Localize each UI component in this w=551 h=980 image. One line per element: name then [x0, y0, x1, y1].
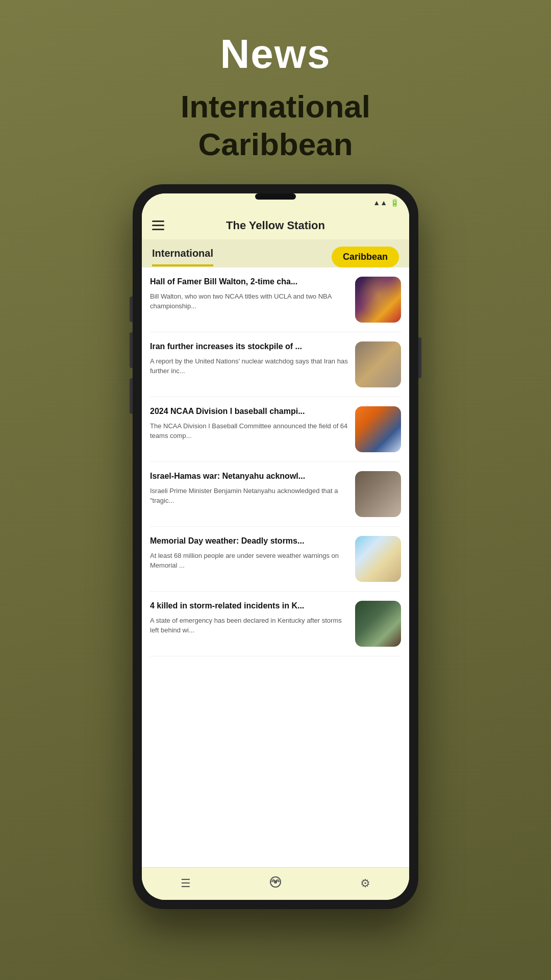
news-snippet-4: Israeli Prime Minister Benjamin Netanyah… — [150, 486, 348, 506]
news-snippet-1: Bill Walton, who won two NCAA titles wit… — [150, 291, 348, 311]
phone-side-btn-vol-up — [130, 297, 133, 322]
radio-icon — [269, 875, 282, 892]
phone-notch — [255, 193, 296, 200]
phone-frame: ▲▲ 🔋 The Yellow Station International Ca… — [133, 184, 418, 909]
news-image-1 — [355, 277, 401, 323]
signal-icons: ▲▲ 🔋 — [373, 199, 399, 207]
news-item-3[interactable]: 2024 NCAA Division I baseball champi... … — [150, 397, 401, 462]
bottom-nav-settings[interactable]: ⚙ — [360, 877, 370, 890]
tab-international[interactable]: International — [152, 248, 213, 266]
page-title: News — [220, 31, 331, 78]
news-image-2 — [355, 341, 401, 387]
news-item-1[interactable]: Hall of Famer Bill Walton, 2-time cha...… — [150, 267, 401, 332]
bottom-nav: ☰ ⚙ — [142, 867, 409, 900]
news-headline-3: 2024 NCAA Division I baseball champi... — [150, 406, 348, 417]
news-snippet-5: At least 68 million people are under sev… — [150, 551, 348, 571]
news-image-3 — [355, 406, 401, 452]
phone-side-btn-silent — [130, 378, 133, 414]
news-snippet-6: A state of emergency has been declared i… — [150, 616, 348, 635]
news-item-6[interactable]: 4 killed in storm-related incidents in K… — [150, 592, 401, 656]
news-item-4[interactable]: Israel-Hamas war: Netanyahu acknowl... I… — [150, 462, 401, 527]
wifi-icon: ▲▲ — [373, 199, 387, 207]
tab-caribbean[interactable]: Caribbean — [332, 247, 399, 267]
news-snippet-2: A report by the United Nations' nuclear … — [150, 356, 348, 376]
news-image-5 — [355, 536, 401, 582]
bottom-nav-menu[interactable]: ☰ — [181, 877, 191, 890]
phone-side-btn-vol-down — [130, 332, 133, 368]
news-item-2[interactable]: Iran further increases its stockpile of … — [150, 332, 401, 397]
battery-icon: 🔋 — [390, 199, 399, 207]
bottom-nav-radio[interactable] — [269, 875, 282, 892]
news-headline-2: Iran further increases its stockpile of … — [150, 341, 348, 352]
app-header: The Yellow Station — [142, 212, 409, 239]
news-image-6 — [355, 601, 401, 647]
phone-screen: ▲▲ 🔋 The Yellow Station International Ca… — [142, 193, 409, 900]
settings-icon: ⚙ — [360, 877, 370, 890]
news-headline-5: Memorial Day weather: Deadly storms... — [150, 536, 348, 547]
app-title: The Yellow Station — [226, 219, 325, 232]
news-headline-1: Hall of Famer Bill Walton, 2-time cha... — [150, 277, 348, 287]
hamburger-button[interactable] — [152, 220, 164, 230]
news-list: Hall of Famer Bill Walton, 2-time cha...… — [142, 267, 409, 867]
tabs-bar: International Caribbean — [142, 239, 409, 267]
news-snippet-3: The NCAA Division I Baseball Committee a… — [150, 421, 348, 441]
menu-icon: ☰ — [181, 877, 191, 890]
page-subtitle: International Caribbean — [181, 88, 370, 164]
news-item-5[interactable]: Memorial Day weather: Deadly storms... A… — [150, 527, 401, 592]
news-image-4 — [355, 471, 401, 517]
news-headline-6: 4 killed in storm-related incidents in K… — [150, 601, 348, 611]
phone-side-btn-power — [418, 337, 421, 378]
news-headline-4: Israel-Hamas war: Netanyahu acknowl... — [150, 471, 348, 482]
